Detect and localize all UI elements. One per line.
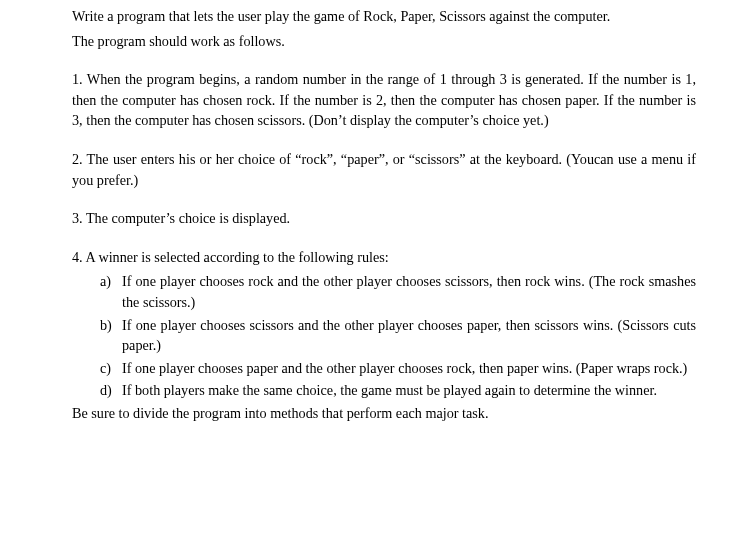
rule-item-a: a) If one player chooses rock and the ot…: [100, 271, 696, 312]
rule-text: If one player chooses rock and the other…: [122, 273, 696, 310]
spacer: [72, 194, 696, 208]
rule-text: If one player chooses paper and the othe…: [122, 360, 687, 376]
rule-marker: d): [100, 380, 118, 401]
rule-item-b: b) If one player chooses scissors and th…: [100, 315, 696, 356]
intro-paragraph-2: The program should work as follows.: [72, 31, 696, 52]
rules-list: a) If one player chooses rock and the ot…: [100, 271, 696, 401]
spacer: [72, 55, 696, 69]
rule-marker: c): [100, 358, 118, 379]
step-3: 3. The computer’s choice is displayed.: [72, 208, 696, 229]
rule-item-c: c) If one player chooses paper and the o…: [100, 358, 696, 379]
rule-text: If one player chooses scissors and the o…: [122, 317, 696, 354]
spacer: [72, 135, 696, 149]
step-4: 4. A winner is selected according to the…: [72, 247, 696, 268]
rule-marker: a): [100, 271, 118, 292]
rule-marker: b): [100, 315, 118, 336]
rule-text: If both players make the same choice, th…: [122, 382, 657, 398]
closing-paragraph: Be sure to divide the program into metho…: [72, 403, 696, 424]
intro-paragraph-1: Write a program that lets the user play …: [72, 6, 696, 27]
step-2: 2. The user enters his or her choice of …: [72, 149, 696, 190]
assignment-document: Write a program that lets the user play …: [0, 0, 752, 424]
spacer: [72, 233, 696, 247]
step-1: 1. When the program begins, a random num…: [72, 69, 696, 131]
rule-item-d: d) If both players make the same choice,…: [100, 380, 696, 401]
